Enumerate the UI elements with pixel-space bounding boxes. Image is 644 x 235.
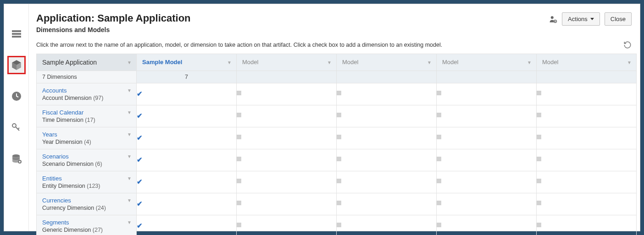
dimension-desc: Entity Dimension	[42, 183, 85, 189]
add-checkbox[interactable]	[337, 113, 341, 117]
instructions-text: Click the arrow next to the name of an a…	[36, 42, 442, 48]
add-checkbox[interactable]	[237, 201, 241, 205]
add-checkbox[interactable]	[537, 179, 541, 183]
check-icon: ✔	[137, 200, 143, 208]
check-icon: ✔	[137, 222, 143, 230]
add-checkbox[interactable]	[237, 157, 241, 161]
column-model-4[interactable]: Model ▼	[437, 54, 537, 71]
column-menu-icon[interactable]: ▼	[627, 60, 632, 65]
dimensions-table: Sample Application ▼ Sample Model ▼ Mode…	[36, 54, 637, 235]
add-checkbox[interactable]	[537, 91, 541, 95]
row-menu-icon[interactable]: ▼	[127, 88, 132, 93]
table-row: Segments Generic Dimension (27) ▼ ✔	[37, 215, 637, 235]
dimension-desc: Generic Dimension	[42, 227, 91, 233]
add-checkbox[interactable]	[237, 91, 241, 95]
column-menu-icon[interactable]: ▼	[427, 60, 432, 65]
dimension-link[interactable]: Currencies	[42, 197, 131, 204]
dimension-link[interactable]: Years	[42, 131, 131, 138]
summary-row: 7 Dimensions 7	[37, 71, 637, 83]
table-row: Currencies Currency Dimension (24) ▼ ✔	[37, 193, 637, 215]
dimension-link[interactable]: Segments	[42, 219, 131, 226]
add-checkbox[interactable]	[437, 135, 441, 139]
dimension-link[interactable]: Fiscal Calendar	[42, 109, 131, 116]
add-checkbox[interactable]	[537, 135, 541, 139]
add-checkbox[interactable]	[337, 223, 341, 227]
sidebar-item-clock[interactable]	[8, 87, 25, 105]
add-checkbox[interactable]	[537, 113, 541, 117]
chevron-down-icon	[590, 18, 594, 20]
column-application[interactable]: Sample Application ▼	[37, 54, 137, 71]
summary-model3-count	[337, 71, 437, 83]
check-icon: ✔	[137, 178, 143, 186]
table-row: Fiscal Calendar Time Dimension (17) ▼ ✔	[37, 105, 637, 127]
add-checkbox[interactable]	[537, 223, 541, 227]
dimension-desc: Year Dimension	[42, 139, 83, 145]
dimension-count: (123)	[87, 183, 100, 189]
add-checkbox[interactable]	[337, 135, 341, 139]
check-icon: ✔	[137, 134, 143, 142]
check-icon: ✔	[137, 112, 143, 120]
add-checkbox[interactable]	[237, 223, 241, 227]
column-menu-icon[interactable]: ▼	[227, 60, 232, 65]
page-subtitle: Dimensions and Models	[36, 26, 191, 33]
add-checkbox[interactable]	[237, 135, 241, 139]
sidebar-item-overview[interactable]	[8, 25, 25, 43]
add-checkbox[interactable]	[337, 201, 341, 205]
add-checkbox[interactable]	[437, 201, 441, 205]
check-icon: ✔	[137, 156, 143, 164]
summary-model4-count	[437, 71, 537, 83]
user-security-icon[interactable]	[549, 15, 557, 23]
sidebar-item-application[interactable]	[8, 56, 25, 74]
add-checkbox[interactable]	[437, 113, 441, 117]
svg-rect-0	[12, 30, 21, 32]
dimension-count: (97)	[93, 95, 103, 101]
add-checkbox[interactable]	[537, 201, 541, 205]
column-menu-icon[interactable]: ▼	[527, 60, 532, 65]
page-title: Application: Sample Application	[36, 12, 191, 24]
left-sidebar	[4, 4, 29, 231]
column-model-1[interactable]: Sample Model ▼	[137, 54, 237, 71]
actions-button[interactable]: Actions	[562, 12, 600, 26]
dimension-desc: Time Dimension	[42, 117, 83, 123]
row-menu-icon[interactable]: ▼	[127, 132, 132, 137]
table-row: Years Year Dimension (4) ▼ ✔	[37, 127, 637, 149]
dimension-link[interactable]: Entities	[42, 175, 131, 182]
column-model-5-label: Model	[542, 59, 558, 66]
column-model-3-label: Model	[342, 59, 358, 66]
row-menu-icon[interactable]: ▼	[127, 220, 132, 225]
add-checkbox[interactable]	[337, 91, 341, 95]
column-application-label: Sample Application	[42, 59, 97, 66]
close-button[interactable]: Close	[605, 12, 632, 26]
add-checkbox[interactable]	[337, 157, 341, 161]
row-menu-icon[interactable]: ▼	[127, 198, 132, 203]
sidebar-item-data[interactable]	[8, 150, 25, 167]
list-icon	[11, 28, 22, 39]
svg-point-7	[551, 16, 554, 19]
add-checkbox[interactable]	[437, 179, 441, 183]
keys-icon	[11, 122, 22, 133]
row-menu-icon[interactable]: ▼	[127, 176, 132, 181]
table-row: Entities Entity Dimension (123) ▼ ✔	[37, 171, 637, 193]
main-content: Application: Sample Application Dimensio…	[29, 4, 640, 231]
column-model-2[interactable]: Model ▼	[237, 54, 337, 71]
row-menu-icon[interactable]: ▼	[127, 154, 132, 159]
add-checkbox[interactable]	[437, 157, 441, 161]
dimension-count: (24)	[96, 205, 106, 211]
add-checkbox[interactable]	[437, 91, 441, 95]
column-menu-icon[interactable]: ▼	[127, 60, 132, 65]
column-model-3[interactable]: Model ▼	[337, 54, 437, 71]
add-checkbox[interactable]	[537, 157, 541, 161]
add-checkbox[interactable]	[337, 179, 341, 183]
add-checkbox[interactable]	[237, 113, 241, 117]
sidebar-item-keys[interactable]	[8, 119, 25, 136]
add-checkbox[interactable]	[237, 179, 241, 183]
dimension-link[interactable]: Scenarios	[42, 153, 131, 160]
cube-icon	[11, 59, 22, 71]
column-menu-icon[interactable]: ▼	[327, 60, 332, 65]
add-checkbox[interactable]	[437, 223, 441, 227]
column-model-5[interactable]: Model ▼	[537, 54, 637, 71]
dimension-desc: Account Dimension	[42, 95, 92, 101]
row-menu-icon[interactable]: ▼	[127, 110, 132, 115]
refresh-button[interactable]	[623, 41, 632, 49]
dimension-link[interactable]: Accounts	[42, 87, 131, 94]
